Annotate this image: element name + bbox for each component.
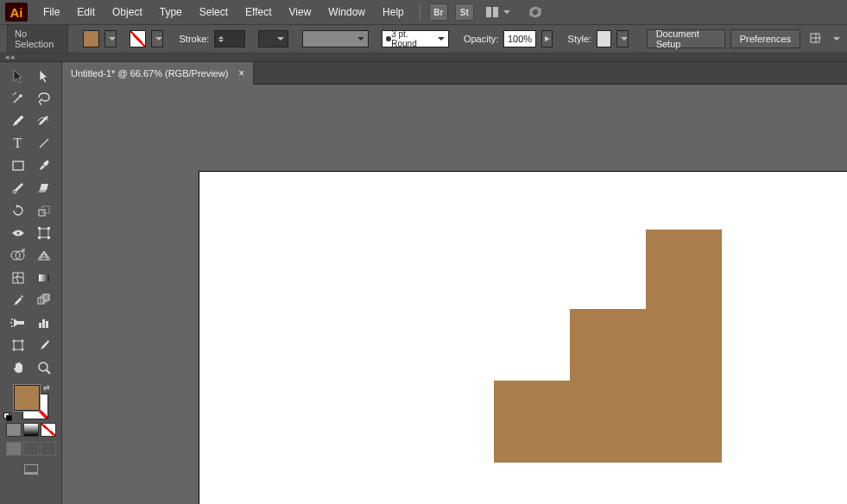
menu-edit[interactable]: Edit: [70, 3, 102, 22]
direct-selection-tool[interactable]: [32, 66, 56, 86]
opacity-input[interactable]: 100%: [503, 30, 535, 47]
canvas[interactable]: [62, 85, 847, 504]
mesh-tool[interactable]: [6, 268, 30, 288]
gradient-tool[interactable]: [32, 268, 56, 288]
swap-fill-stroke-icon[interactable]: ⇄: [43, 383, 50, 392]
sync-icon[interactable]: [526, 4, 545, 20]
slice-tool[interactable]: [32, 335, 56, 356]
stroke-swatch[interactable]: [130, 30, 146, 47]
align-to-button[interactable]: [809, 30, 825, 47]
fill-stroke-swatch[interactable]: ⇄: [14, 385, 48, 419]
shaper-tool[interactable]: [6, 178, 30, 198]
shape-rectangle: [570, 309, 648, 463]
fill-swatch[interactable]: [83, 30, 99, 47]
stock-button[interactable]: St: [455, 3, 474, 21]
menu-help[interactable]: Help: [376, 3, 411, 22]
menu-view[interactable]: View: [282, 3, 319, 22]
magic-wand-tool[interactable]: [6, 88, 30, 109]
document-setup-button[interactable]: Document Setup: [647, 29, 725, 48]
variable-width-profile-dropdown[interactable]: 3 pt. Round: [382, 30, 448, 47]
svg-rect-15: [39, 274, 49, 281]
stroke-profile-dropdown[interactable]: [258, 30, 288, 47]
stroke-dropdown[interactable]: [151, 30, 163, 47]
close-tab-button[interactable]: ×: [238, 67, 244, 79]
separator: [420, 4, 420, 20]
svg-rect-18: [43, 294, 49, 300]
menu-type[interactable]: Type: [153, 3, 189, 22]
graphic-style-swatch[interactable]: [597, 30, 611, 47]
svg-rect-14: [13, 273, 23, 283]
none-mode-button[interactable]: [41, 423, 56, 437]
svg-point-19: [11, 318, 13, 320]
screen-mode-button[interactable]: [24, 464, 38, 475]
paintbrush-tool[interactable]: [32, 155, 56, 176]
svg-rect-11: [47, 236, 50, 239]
svg-rect-2: [13, 161, 23, 170]
align-to-dropdown[interactable]: [830, 30, 840, 47]
bridge-button[interactable]: Br: [429, 3, 448, 21]
draw-normal-button[interactable]: [6, 442, 22, 456]
style-dropdown[interactable]: [616, 30, 629, 47]
menu-object[interactable]: Object: [105, 3, 149, 22]
svg-rect-7: [40, 229, 48, 237]
artboard: [199, 171, 847, 504]
line-tool[interactable]: [32, 133, 56, 154]
menu-effect[interactable]: Effect: [238, 3, 278, 22]
stroke-weight-input[interactable]: [214, 30, 244, 47]
svg-rect-10: [38, 236, 41, 239]
symbol-sprayer-tool[interactable]: [6, 312, 30, 333]
column-graph-tool[interactable]: [32, 312, 56, 333]
zoom-tool[interactable]: [32, 357, 56, 378]
blend-tool[interactable]: [32, 290, 56, 311]
document-tab[interactable]: Untitled-1* @ 66.67% (RGB/Preview) ×: [62, 62, 254, 85]
tools-panel: T ⇄: [0, 62, 62, 504]
free-transform-tool[interactable]: [32, 223, 56, 243]
opacity-label: Opacity:: [464, 34, 498, 44]
document-area: Untitled-1* @ 66.67% (RGB/Preview) ×: [62, 62, 847, 504]
chevron-down-icon: [503, 10, 510, 14]
rectangle-tool[interactable]: [6, 155, 30, 176]
fill-dropdown[interactable]: [104, 30, 117, 47]
default-fill-stroke-icon[interactable]: [3, 413, 12, 421]
big-fill-swatch[interactable]: [14, 385, 40, 411]
shape-rectangle: [494, 381, 572, 463]
rotate-tool[interactable]: [6, 200, 30, 221]
type-tool[interactable]: T: [6, 133, 30, 154]
svg-rect-9: [47, 227, 50, 230]
svg-rect-23: [42, 319, 45, 328]
profile-label: 3 pt. Round: [391, 29, 434, 48]
arrange-documents-button[interactable]: [483, 5, 514, 19]
width-tool[interactable]: [6, 223, 30, 243]
scale-tool[interactable]: [32, 200, 56, 221]
app-logo-icon: Ai: [5, 3, 28, 22]
draw-mode-row: [6, 442, 56, 456]
artboard-tool[interactable]: [6, 335, 30, 356]
pen-tool[interactable]: [6, 110, 30, 131]
panel-dock-strip[interactable]: ◄◄: [0, 54, 847, 62]
brush-definition-dropdown[interactable]: [302, 30, 369, 47]
curvature-tool[interactable]: [32, 110, 56, 131]
svg-line-27: [47, 370, 50, 374]
draw-inside-button[interactable]: [41, 442, 56, 456]
svg-rect-25: [14, 341, 22, 350]
svg-point-20: [10, 322, 12, 324]
preferences-button[interactable]: Preferences: [730, 29, 800, 48]
menu-select[interactable]: Select: [193, 3, 235, 22]
lasso-tool[interactable]: [32, 88, 56, 109]
document-tab-bar: Untitled-1* @ 66.67% (RGB/Preview) ×: [62, 62, 847, 85]
color-mode-button[interactable]: [6, 423, 22, 437]
shape-builder-tool[interactable]: [6, 245, 30, 266]
menu-bar: Ai File Edit Object Type Select Effect V…: [0, 0, 847, 24]
menu-file[interactable]: File: [36, 3, 66, 22]
menu-window[interactable]: Window: [321, 3, 372, 22]
eyedropper-tool[interactable]: [6, 290, 30, 311]
perspective-grid-tool[interactable]: [32, 245, 56, 266]
draw-behind-button[interactable]: [23, 442, 39, 456]
shape-rectangle: [646, 230, 722, 463]
style-label: Style:: [568, 34, 592, 44]
selection-tool[interactable]: [6, 66, 30, 86]
eraser-tool[interactable]: [32, 178, 56, 198]
hand-tool[interactable]: [6, 357, 30, 378]
opacity-dropdown[interactable]: [541, 30, 553, 47]
gradient-mode-button[interactable]: [23, 423, 39, 437]
